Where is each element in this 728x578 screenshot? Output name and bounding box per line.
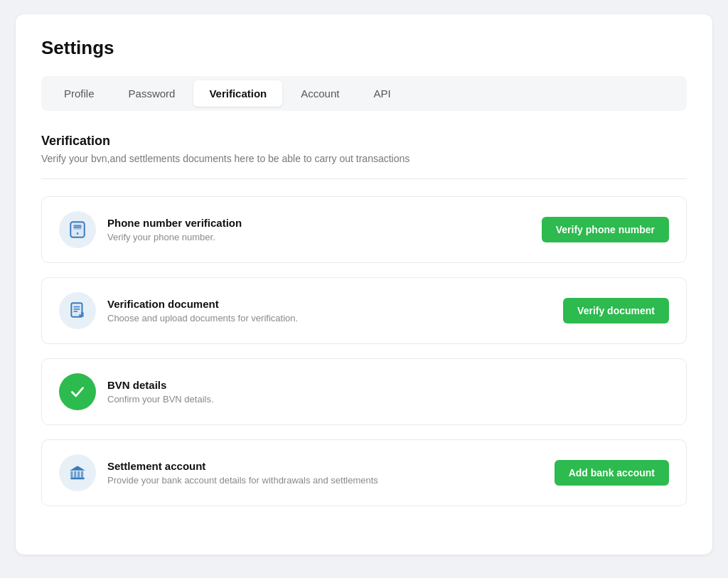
phone-verification-title: Phone number verification	[107, 217, 530, 229]
phone-verification-content: Phone number verification Verify your ph…	[107, 217, 530, 242]
settings-page: Settings Profile Password Verification A…	[16, 14, 712, 555]
section-subtitle: Verify your bvn,and settlements document…	[41, 153, 687, 164]
bvn-title: BVN details	[107, 379, 669, 391]
document-verification-content: Verification document Choose and upload …	[107, 298, 552, 323]
svg-rect-10	[70, 471, 73, 478]
settlement-content: Settlement account Provide your bank acc…	[107, 460, 543, 486]
bvn-item: BVN details Confirm your BVN details.	[41, 358, 687, 425]
bvn-content: BVN details Confirm your BVN details.	[107, 379, 669, 405]
tab-account[interactable]: Account	[285, 80, 355, 107]
bvn-check-icon-container	[59, 373, 96, 410]
settlement-desc: Provide your bank account details for wi…	[107, 475, 543, 486]
svg-rect-13	[81, 471, 83, 478]
document-verification-desc: Choose and upload documents for verifica…	[107, 313, 552, 323]
tab-password[interactable]: Password	[113, 80, 191, 107]
phone-icon	[68, 220, 87, 239]
document-verification-title: Verification document	[107, 298, 552, 310]
document-icon	[68, 301, 87, 320]
tabs-bar: Profile Password Verification Account AP…	[41, 76, 687, 111]
svg-rect-9	[70, 478, 85, 480]
section-title: Verification	[41, 134, 687, 149]
add-bank-account-button[interactable]: Add bank account	[555, 460, 669, 486]
document-icon-container	[59, 292, 96, 329]
section-divider	[41, 178, 687, 179]
bank-icon	[68, 464, 87, 482]
settlement-item: Settlement account Provide your bank acc…	[41, 439, 687, 506]
bank-icon-container	[59, 454, 96, 491]
check-icon	[68, 382, 87, 401]
tab-api[interactable]: API	[358, 80, 406, 107]
document-verification-item: Verification document Choose and upload …	[41, 277, 687, 344]
verification-section: Verification Verify your bvn,and settlem…	[41, 134, 687, 506]
svg-point-1	[77, 232, 79, 235]
bvn-desc: Confirm your BVN details.	[107, 394, 669, 405]
tab-profile[interactable]: Profile	[48, 80, 110, 107]
svg-rect-12	[77, 471, 80, 478]
verify-phone-button[interactable]: Verify phone number	[542, 217, 669, 242]
page-title: Settings	[41, 37, 687, 59]
svg-rect-11	[74, 471, 76, 478]
phone-icon-container	[59, 211, 96, 248]
verify-document-button[interactable]: Verify document	[563, 298, 669, 323]
svg-marker-14	[70, 466, 85, 471]
tab-verification[interactable]: Verification	[193, 80, 282, 107]
phone-verification-desc: Verify your phone number.	[107, 232, 530, 242]
phone-verification-item: Phone number verification Verify your ph…	[41, 196, 687, 263]
settlement-title: Settlement account	[107, 460, 543, 472]
